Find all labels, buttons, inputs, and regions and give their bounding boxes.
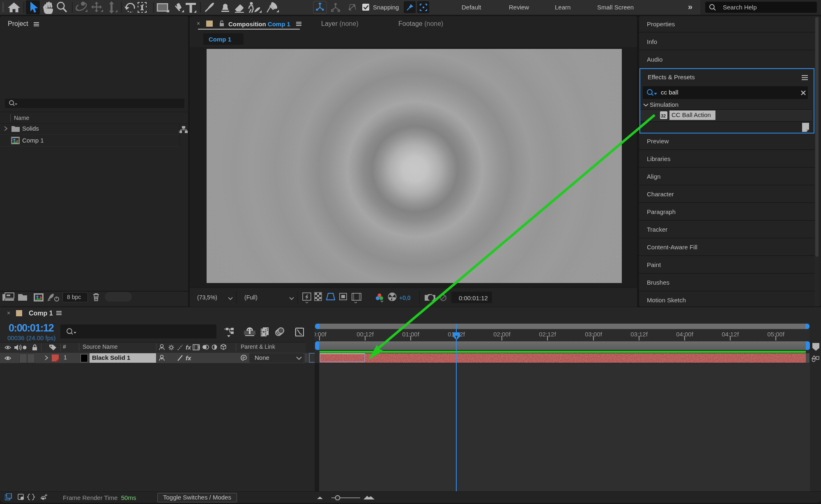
svg-text:fx: fx bbox=[186, 344, 191, 351]
svg-text:fx: fx bbox=[186, 354, 191, 361]
